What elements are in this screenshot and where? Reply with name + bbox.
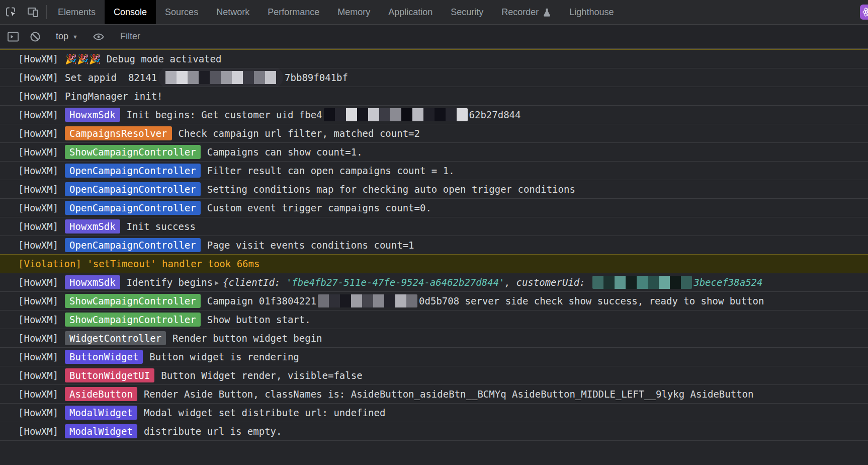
console-message: [HowXM]ModalWidgetModal widget set distr… bbox=[0, 404, 868, 422]
log-badge: HowxmSdk bbox=[65, 219, 120, 234]
tab-label: Performance bbox=[268, 7, 319, 18]
console-message: [HowXM]OpenCampaignControllerCustom even… bbox=[0, 199, 868, 217]
log-source: [HowXM] bbox=[18, 109, 58, 120]
log-text: Show button start. bbox=[207, 314, 311, 325]
log-text: Identify begins bbox=[127, 277, 213, 288]
log-source: [HowXM] bbox=[18, 389, 58, 400]
react-devtools-button[interactable] bbox=[860, 5, 868, 20]
log-source: [HowXM] bbox=[18, 91, 58, 102]
log-source: [HowXM] bbox=[18, 295, 58, 306]
console-message: [HowXM]ShowCampaignControllerCampaigns c… bbox=[0, 143, 868, 162]
tab-label: Network bbox=[216, 7, 249, 18]
inspect-element-button[interactable] bbox=[0, 0, 22, 24]
log-badge: ModalWidget bbox=[65, 406, 137, 420]
filter-input[interactable] bbox=[114, 25, 868, 48]
javascript-context-selector[interactable]: top ▼ bbox=[51, 31, 83, 42]
console-message: [HowXM]WidgetControllerRender button wid… bbox=[0, 329, 868, 348]
log-text: Set appid 82141 bbox=[65, 72, 157, 83]
log-source: [HowXM] bbox=[18, 277, 58, 288]
log-text: [Violation] 'setTimeout' handler took 66… bbox=[18, 258, 259, 269]
tab-label: Memory bbox=[337, 7, 370, 18]
log-text: Init begins: Get customer uid fbe4 bbox=[127, 109, 322, 120]
log-badge: ShowCampaignController bbox=[65, 294, 201, 308]
console-message: [HowXM]Set appid 821417bb89f041bf bbox=[0, 68, 868, 87]
console-message: [HowXM]HowxmSdkInit begins: Get customer… bbox=[0, 106, 868, 124]
tab-performance[interactable]: Performance bbox=[258, 0, 328, 24]
tab-network[interactable]: Network bbox=[207, 0, 258, 24]
log-text: : bbox=[275, 277, 286, 288]
console-message: [HowXM]AsideButtonRender Aside Button, c… bbox=[0, 385, 868, 404]
log-source: [HowXM] bbox=[18, 426, 58, 437]
tab-security[interactable]: Security bbox=[442, 0, 492, 24]
console-message: [HowXM]HowxmSdkInit success bbox=[0, 217, 868, 236]
clear-console-button[interactable] bbox=[24, 31, 46, 43]
log-text: Button widget is rendering bbox=[149, 351, 299, 362]
console-violation-message: [Violation] 'setTimeout' handler took 66… bbox=[0, 254, 868, 273]
log-text: Render button widget begin bbox=[172, 333, 322, 344]
console-toolbar: top ▼ bbox=[0, 25, 868, 49]
log-badge: OpenCampaignController bbox=[65, 182, 201, 196]
log-text: Campaigns can show count=1. bbox=[207, 146, 363, 158]
tab-memory[interactable]: Memory bbox=[328, 0, 379, 24]
log-text: 62b27d844 bbox=[469, 109, 521, 120]
tab-console[interactable]: Console bbox=[105, 0, 156, 24]
tab-label: Recorder bbox=[501, 7, 539, 18]
log-source: [HowXM] bbox=[18, 333, 58, 344]
log-text: 0d5b708 server side check show success, … bbox=[419, 295, 764, 306]
log-source: [HowXM] bbox=[18, 53, 58, 64]
tab-label: Lighthouse bbox=[569, 7, 614, 18]
console-message: [HowXM]OpenCampaignControllerFilter resu… bbox=[0, 162, 868, 180]
log-badge: CampaignsResolver bbox=[65, 126, 171, 140]
redaction-mosaic bbox=[592, 276, 692, 289]
log-badge: OpenCampaignController bbox=[65, 201, 201, 215]
tab-sources[interactable]: Sources bbox=[156, 0, 207, 24]
create-live-expression-button[interactable] bbox=[88, 30, 110, 43]
log-text: Setting conditions map for checking auto… bbox=[207, 184, 575, 195]
console-message: [HowXM]HowxmSdkIdentify begins▶{clientId… bbox=[0, 273, 868, 292]
log-badge: WidgetController bbox=[65, 331, 166, 345]
log-text: PingManager init! bbox=[65, 91, 162, 102]
tab-recorder[interactable]: Recorder bbox=[492, 0, 560, 24]
log-text: 3becef38a524 bbox=[693, 277, 762, 288]
console-message: [HowXM]CampaignsResolverCheck campaign u… bbox=[0, 124, 868, 143]
redaction-mosaic bbox=[324, 108, 468, 121]
log-text: distribute url is empty. bbox=[144, 426, 282, 437]
log-badge: ShowCampaignController bbox=[65, 313, 201, 327]
toolbar-divider bbox=[46, 5, 47, 19]
show-console-sidebar-button[interactable] bbox=[2, 30, 24, 43]
log-badge: HowxmSdk bbox=[65, 275, 120, 289]
tab-lighthouse[interactable]: Lighthouse bbox=[560, 0, 623, 24]
console-message: [HowXM]ButtonWidgetButton widget is rend… bbox=[0, 348, 868, 366]
log-source: [HowXM] bbox=[18, 72, 58, 83]
device-toolbar-button[interactable] bbox=[22, 0, 44, 24]
log-badge: ShowCampaignController bbox=[65, 145, 201, 159]
log-text: Check campaign url filter, matched count… bbox=[179, 128, 420, 139]
inspect-cursor-icon bbox=[5, 6, 18, 19]
log-text: 🎉🎉🎉 Debug mode activated bbox=[65, 53, 221, 65]
log-source: [HowXM] bbox=[18, 314, 58, 325]
console-message: [HowXM]ButtonWidgetUIButton Widget rende… bbox=[0, 366, 868, 385]
log-text: Custom event trigger campaigns count=0. bbox=[207, 202, 431, 213]
log-text: { bbox=[223, 277, 228, 288]
log-source: [HowXM] bbox=[18, 202, 58, 213]
log-text: Modal widget set distribute url: undefin… bbox=[144, 407, 385, 418]
log-text: Button Widget render, visible=false bbox=[161, 370, 362, 381]
expand-arrow-icon[interactable]: ▶ bbox=[215, 279, 219, 286]
log-text: customerUid bbox=[516, 277, 579, 288]
log-text: Page visit events conditions count=1 bbox=[207, 240, 414, 251]
log-badge: OpenCampaignController bbox=[65, 238, 201, 252]
chevron-down-icon: ▼ bbox=[72, 34, 78, 40]
log-source: [HowXM] bbox=[18, 128, 58, 139]
log-badge: ButtonWidget bbox=[65, 350, 143, 364]
log-source: [HowXM] bbox=[18, 370, 58, 381]
console-message: [HowXM]🎉🎉🎉 Debug mode activated bbox=[0, 50, 868, 68]
tab-elements[interactable]: Elements bbox=[49, 0, 105, 24]
tab-application[interactable]: Application bbox=[379, 0, 442, 24]
console-messages[interactable]: [HowXM]🎉🎉🎉 Debug mode activated[HowXM]Se… bbox=[0, 49, 868, 465]
tab-label: Application bbox=[388, 7, 432, 18]
tab-label: Security bbox=[451, 7, 483, 18]
log-text: clientId bbox=[228, 277, 275, 288]
devtools-tab-bar: ElementsConsoleSourcesNetworkPerformance… bbox=[0, 0, 868, 25]
console-message: [HowXM]OpenCampaignControllerSetting con… bbox=[0, 180, 868, 199]
device-toolbar-icon bbox=[27, 6, 40, 19]
